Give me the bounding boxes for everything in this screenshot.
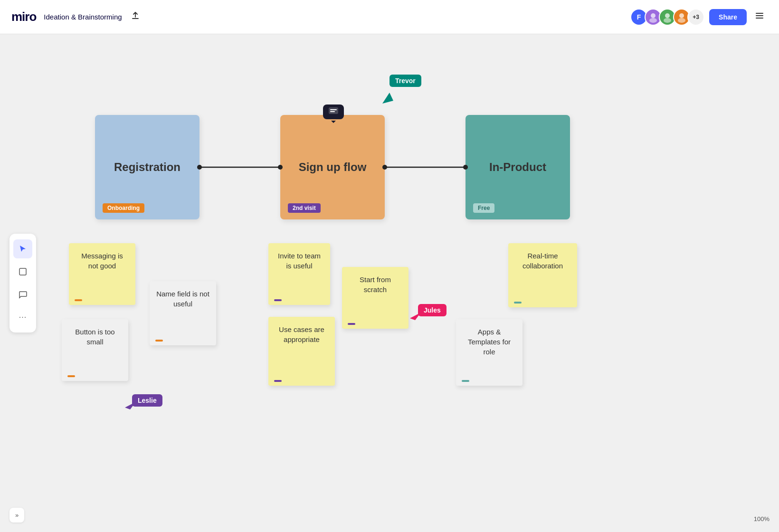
sticky-apps-templates[interactable]: Apps & Templates for role <box>456 319 522 386</box>
avatar-group: F +3 <box>630 9 704 26</box>
cursor-trevor-label: Trevor <box>390 75 421 87</box>
svg-rect-16 <box>329 107 338 114</box>
menu-icon-button[interactable] <box>751 8 768 26</box>
registration-node[interactable]: Registration Onboarding <box>95 115 200 219</box>
cursor-trevor-arrow <box>380 90 394 104</box>
signup-tag: 2nd visit <box>288 203 321 213</box>
cursor-leslie-name: Leslie <box>138 397 157 404</box>
sticky-messaging-tag <box>75 299 82 301</box>
sticky-invite-team[interactable]: Invite to team is useful <box>268 243 330 305</box>
share-button[interactable]: Share <box>709 9 747 25</box>
inproduct-node[interactable]: In-Product Free <box>466 115 570 219</box>
upload-button[interactable] <box>128 8 143 26</box>
svg-point-3 <box>664 18 671 23</box>
miro-logo: miro <box>11 10 36 24</box>
more-tool[interactable]: ··· <box>13 308 32 327</box>
svg-marker-19 <box>382 93 393 104</box>
sticky-real-time[interactable]: Real-time collaboration <box>508 243 577 307</box>
sticky-use-cases[interactable]: Use cases are appropriate <box>268 317 335 386</box>
sticky-button-small[interactable]: Button is too small <box>62 319 128 381</box>
svg-point-2 <box>665 13 670 18</box>
zoom-indicator: 100% <box>754 515 770 522</box>
topbar-right: F +3 Share <box>630 8 768 26</box>
registration-label: Registration <box>114 161 180 174</box>
cursor-jules-name: Jules <box>424 306 441 314</box>
sticky-apps-templates-text: Apps & Templates for role <box>468 328 511 356</box>
sticky-start-scratch[interactable]: Start from scratch <box>342 267 408 329</box>
svg-point-4 <box>679 13 684 18</box>
sticky-name-field-text: Name field is not useful <box>156 290 209 308</box>
inproduct-label: In-Product <box>489 161 546 174</box>
canvas[interactable]: ··· Registration Onboarding Sign up flow… <box>0 34 779 532</box>
sticky-real-time-text: Real-time collaboration <box>522 252 563 270</box>
avatar-more[interactable]: +3 <box>687 9 704 26</box>
cursor-tool[interactable] <box>13 239 32 258</box>
svg-point-1 <box>649 18 657 23</box>
expand-handle[interactable]: » <box>10 508 24 522</box>
comment-tool[interactable] <box>13 285 32 304</box>
sticky-button-small-tag <box>67 375 75 377</box>
svg-rect-7 <box>756 15 763 16</box>
signup-label: Sign up flow <box>299 161 367 174</box>
sticky-invite-team-text: Invite to team is useful <box>278 252 321 270</box>
topbar: miro Ideation & Brainstorming F +3 Share <box>0 0 779 34</box>
inproduct-tag: Free <box>473 203 494 213</box>
svg-rect-15 <box>19 268 26 275</box>
svg-rect-6 <box>756 13 763 14</box>
chat-bubble[interactable] <box>323 104 344 119</box>
svg-rect-8 <box>756 18 763 19</box>
svg-point-5 <box>678 18 685 23</box>
sticky-name-field[interactable]: Name field is not useful <box>150 281 216 345</box>
sticky-start-scratch-text: Start from scratch <box>360 276 391 294</box>
signup-node[interactable]: Sign up flow 2nd visit <box>280 115 385 219</box>
sticky-messaging-text: Messaging is not good <box>81 252 123 270</box>
cursor-trevor-name: Trevor <box>395 77 416 85</box>
note-tool[interactable] <box>13 262 32 281</box>
sticky-name-field-tag <box>155 340 163 342</box>
sticky-start-scratch-tag <box>348 323 355 325</box>
cursor-leslie-label: Leslie <box>132 394 162 407</box>
svg-point-0 <box>651 13 656 18</box>
sticky-apps-templates-tag <box>462 380 469 382</box>
expand-icon: » <box>15 512 19 519</box>
sticky-messaging[interactable]: Messaging is not good <box>69 243 135 305</box>
sticky-button-small-text: Button is too small <box>75 328 114 346</box>
sticky-use-cases-tag <box>274 380 282 382</box>
sticky-invite-team-tag <box>274 299 282 301</box>
left-toolbar: ··· <box>10 234 36 332</box>
sticky-use-cases-text: Use cases are appropriate <box>279 325 324 343</box>
sticky-real-time-tag <box>514 302 522 304</box>
board-title: Ideation & Brainstorming <box>44 13 122 21</box>
registration-tag: Onboarding <box>103 203 144 213</box>
cursor-jules-label: Jules <box>418 304 446 316</box>
